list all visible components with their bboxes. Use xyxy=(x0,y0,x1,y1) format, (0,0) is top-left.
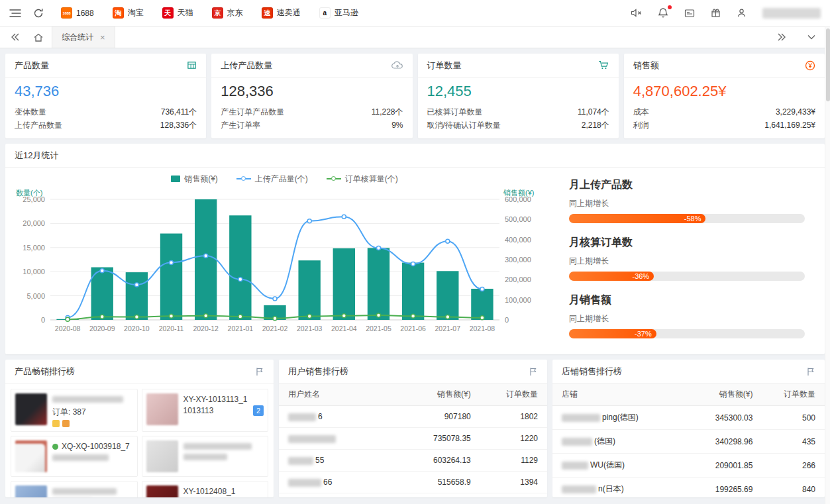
legend-item-uploaded[interactable]: 上传产品量(个) xyxy=(236,174,308,185)
store-name-cell: n(日本) xyxy=(552,478,683,498)
product-sku: XQ-XQ-1003918_7 xyxy=(62,441,130,452)
sales-cell: 199265.69 xyxy=(683,478,762,498)
growth-metrics: 月上传产品数 同上期增长 -58% 月核算订单数 同上期增长 -36% 月销售额… xyxy=(560,168,825,351)
table-row[interactable]: 735078.35 1220 xyxy=(279,428,547,450)
table-header-row: 店铺 销售额(¥) 订单数量 xyxy=(552,383,825,406)
stat-sub-value: 2,218个 xyxy=(582,119,609,132)
svg-text:2021-02: 2021-02 xyxy=(262,325,288,332)
redacted-name xyxy=(562,414,600,422)
stat-card-uploaded-products: 上传产品数量 128,336 产生订单产品数量11,228个 产生订单率9% xyxy=(211,54,412,138)
table-row[interactable]: WU(德国) 209001.85 266 xyxy=(552,454,825,478)
svg-text:0: 0 xyxy=(41,316,45,324)
stat-sub-value: 736,411个 xyxy=(161,105,197,119)
sales-cell: 907180 xyxy=(397,406,480,428)
sales-cell: 735078.35 xyxy=(397,428,480,450)
bookmark-tmall[interactable]: 天 天猫 xyxy=(162,7,193,19)
page-tab-bar: 综合统计 × xyxy=(0,26,830,48)
bookmark-amazon[interactable]: a 亚马逊 xyxy=(319,7,358,19)
grid-calendar-icon xyxy=(187,60,197,70)
bookmark-taobao[interactable]: 淘 淘宝 xyxy=(113,7,144,19)
column-header: 订单数量 xyxy=(762,383,825,406)
gift-icon[interactable] xyxy=(711,8,721,18)
bookmark-jd[interactable]: 京 京东 xyxy=(212,7,243,19)
table-row[interactable]: 6 907180 1802 xyxy=(279,406,547,428)
stat-card-title: 订单数量 xyxy=(427,60,462,72)
site-favicon-tmall: 天 xyxy=(162,7,174,19)
site-favicon-jd: 京 xyxy=(212,7,223,19)
close-icon[interactable]: × xyxy=(100,33,105,42)
home-icon[interactable] xyxy=(25,26,52,48)
flag-icon[interactable] xyxy=(529,367,538,376)
redacted-name xyxy=(288,435,336,443)
growth-bar-fill: -36% xyxy=(569,272,654,281)
stat-label: 产生订单产品数量 xyxy=(221,105,284,119)
user-ranking-table: 用户姓名 销售额(¥) 订单数量 6 907180 1802 735078.35 xyxy=(279,383,547,493)
badge-icon xyxy=(52,420,60,427)
card-icon[interactable] xyxy=(684,9,695,18)
product-card[interactable] xyxy=(142,436,269,477)
product-image xyxy=(15,440,47,472)
site-favicon-1688: 1688 xyxy=(61,7,72,19)
notification-dot xyxy=(668,5,672,9)
product-card[interactable] xyxy=(11,481,138,497)
username-redacted[interactable] xyxy=(762,8,821,19)
svg-text:2020-10: 2020-10 xyxy=(124,325,150,332)
line-swatch-icon xyxy=(327,178,341,179)
bell-icon[interactable] xyxy=(658,7,668,19)
site-favicon-taobao: 淘 xyxy=(113,7,124,19)
tab-summary-statistics[interactable]: 综合统计 × xyxy=(52,26,115,48)
svg-text:2020-11: 2020-11 xyxy=(159,325,184,332)
collapse-right-icon[interactable] xyxy=(772,33,792,41)
flag-icon[interactable] xyxy=(255,367,264,376)
scrollbar-thumb[interactable] xyxy=(826,28,830,101)
blurred-text xyxy=(52,396,123,403)
blurred-text xyxy=(183,443,252,450)
refresh-icon[interactable] xyxy=(33,8,44,19)
orders-cell: 840 xyxy=(762,478,825,498)
speaker-muted-icon[interactable] xyxy=(631,8,642,18)
product-card[interactable]: 订单: 387 xyxy=(11,389,138,432)
vertical-scrollbar[interactable] xyxy=(825,27,830,504)
table-row[interactable]: ping(德国) 345300.03 500 xyxy=(552,406,825,430)
user-icon[interactable] xyxy=(737,8,747,18)
dashboard-main: 产品数量 43,736 变体数量736,411个 上传产品数量128,336个 … xyxy=(0,48,830,503)
table-row[interactable]: (德国) 340298.96 435 xyxy=(552,430,825,454)
chevron-down-icon[interactable] xyxy=(802,34,821,40)
product-card[interactable]: XQ-XQ-1003918_7 xyxy=(11,436,138,477)
redacted-name xyxy=(288,457,313,465)
blurred-text xyxy=(183,454,228,460)
bookmark-1688[interactable]: 1688 1688 xyxy=(61,7,94,19)
redacted-name xyxy=(288,413,316,421)
bookmark-aliexpress[interactable]: 速 速卖通 xyxy=(262,7,301,19)
orders-cell: 1394 xyxy=(480,472,547,493)
legend-item-settled-orders[interactable]: 订单核算量(个) xyxy=(327,174,398,185)
product-bestseller-panel: 产品畅销排行榜 订单: 387 xyxy=(5,360,274,497)
redacted-name xyxy=(562,438,592,446)
svg-text:2021-08: 2021-08 xyxy=(470,325,495,332)
product-card[interactable]: XY-1012408_1 XY-1013610 xyxy=(142,481,269,497)
growth-block-uploaded-products: 月上传产品数 同上期增长 -58% xyxy=(569,178,805,223)
table-row[interactable]: n(日本) 199265.69 840 xyxy=(552,478,825,498)
sales-cell: 209001.85 xyxy=(683,454,762,478)
stat-value: 43,736 xyxy=(15,83,197,100)
growth-subtitle: 同上期增长 xyxy=(569,198,805,209)
product-card[interactable]: XY-XY-1013113_1 1013113 2 xyxy=(142,389,269,432)
flag-icon[interactable] xyxy=(806,367,815,376)
menu-icon[interactable] xyxy=(9,9,21,18)
growth-bar-fill: -37% xyxy=(569,329,656,338)
svg-text:数量(个): 数量(个) xyxy=(16,189,42,197)
cloud-upload-icon xyxy=(391,60,403,70)
stat-card-row: 产品数量 43,736 变体数量736,411个 上传产品数量128,336个 … xyxy=(5,54,825,138)
collapse-left-icon[interactable] xyxy=(5,33,25,41)
table-row[interactable]: 55 603264.13 1129 xyxy=(279,450,547,472)
product-image xyxy=(146,393,178,425)
legend-item-sales[interactable]: 销售额(¥) xyxy=(171,174,218,185)
stat-label: 利润 xyxy=(633,119,649,132)
orders-cell: 266 xyxy=(762,454,825,478)
sales-cell: 340298.96 xyxy=(683,430,762,454)
blurred-text xyxy=(52,454,109,461)
store-name-cell: (德国) xyxy=(552,430,683,454)
product-sku: XY-XY-1013113_1 xyxy=(183,394,251,405)
table-row[interactable]: 66 515658.9 1394 xyxy=(279,472,547,493)
svg-text:2021-05: 2021-05 xyxy=(366,325,391,332)
